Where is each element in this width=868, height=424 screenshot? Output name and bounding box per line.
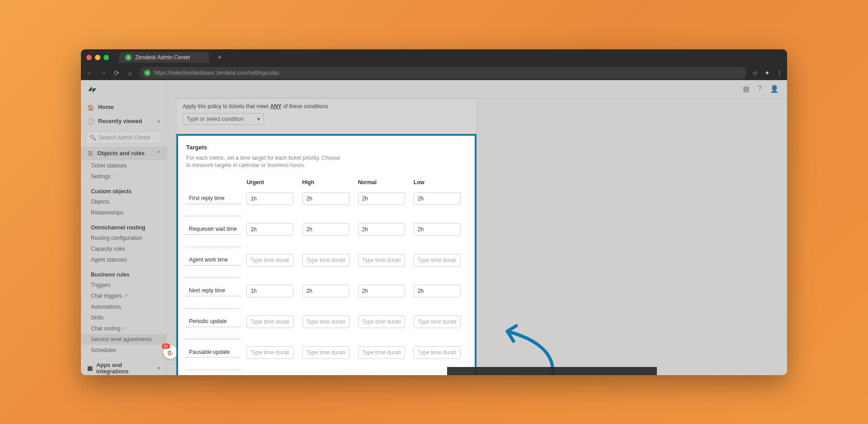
time-target-input[interactable] [246, 315, 293, 328]
new-tab-button[interactable]: + [217, 53, 222, 62]
apps-grid-icon[interactable]: ▦ [743, 85, 750, 93]
time-target-input[interactable] [414, 285, 461, 297]
browser-tab[interactable]: z Zendesk Admin Center [119, 52, 209, 63]
policy-conditions-header: Apply this policy to tickets that meet A… [176, 99, 476, 130]
external-link-icon: ↗ [124, 293, 127, 298]
chevron-down-icon: ▾ [257, 116, 260, 122]
time-target-input[interactable] [246, 223, 293, 236]
sidebar-recently-viewed[interactable]: 🕘 Recently viewed ▾ [81, 114, 166, 129]
window-maximize-dot[interactable] [104, 55, 109, 60]
chevron-down-icon: ▾ [158, 366, 160, 371]
browser-menu-icon[interactable]: ⋮ [776, 69, 783, 76]
browser-window: z Zendesk Admin Center + ← → ⟳ ⌂ z https… [81, 49, 787, 375]
chevron-up-icon: ˄ [158, 151, 160, 156]
nav-reload-icon[interactable]: ⟳ [113, 69, 121, 76]
time-target-input[interactable] [246, 285, 293, 297]
sidebar-item-capacity-rules[interactable]: Capacity rules [81, 243, 166, 254]
home-icon: 🏠 [87, 104, 94, 111]
nav-home-icon[interactable]: ⌂ [126, 69, 134, 76]
time-target-input[interactable] [246, 254, 293, 267]
time-target-input[interactable] [302, 285, 349, 297]
time-target-input[interactable] [414, 192, 461, 205]
sidebar-item-schedules[interactable]: Schedules [81, 345, 166, 356]
time-target-input[interactable] [302, 192, 349, 205]
objects-icon [87, 150, 94, 157]
time-target-input[interactable] [358, 254, 405, 267]
browser-toolbar: ← → ⟳ ⌂ z https://selectivehardware.zend… [81, 66, 787, 80]
badge-letter: g. [168, 348, 173, 356]
window-close-dot[interactable] [86, 55, 92, 60]
time-target-input[interactable] [246, 192, 293, 205]
zendesk-favicon-icon: z [125, 54, 132, 61]
targets-row: Next reply time [186, 281, 467, 300]
targets-row: Periodic update [186, 312, 467, 331]
tutorial-callout: Set a time target for each ticket priori… [447, 367, 657, 375]
sidebar-recently-label: Recently viewed [98, 118, 142, 124]
external-link-icon: ↗ [122, 326, 126, 331]
sidebar-apps-integrations[interactable]: ▦ Apps and integrations ▾ [81, 358, 166, 375]
extensions-icon[interactable]: ✦ [764, 69, 770, 76]
time-target-input[interactable] [302, 315, 349, 328]
sidebar-item-chat-triggers[interactable]: Chat triggers↗ [81, 291, 166, 301]
metric-label: Next reply time [186, 285, 241, 296]
browser-tab-strip: z Zendesk Admin Center + [81, 49, 787, 66]
url-text: https://selectivehardware.zendesk.com/se… [154, 70, 279, 76]
time-target-input[interactable] [302, 254, 349, 267]
sidebar-item-automations[interactable]: Automations [81, 301, 166, 312]
url-bar[interactable]: z https://selectivehardware.zendesk.com/… [140, 67, 747, 79]
sidebar-group-business-rules: Business rules [81, 268, 166, 280]
sidebar-item-settings[interactable]: Settings [81, 171, 166, 182]
sidebar-item-chat-routing[interactable]: Chat routing↗ [81, 323, 166, 334]
time-target-input[interactable] [358, 346, 405, 359]
sidebar-group-omnichannel: Omnichannel routing [81, 221, 166, 233]
time-target-input[interactable] [358, 223, 405, 236]
apps-icon: ▦ [87, 365, 93, 372]
window-minimize-dot[interactable] [95, 55, 100, 60]
badge-count: 31 [162, 343, 170, 349]
sidebar-search[interactable]: 🔍 Search Admin Center [85, 131, 162, 144]
nav-forward-icon[interactable]: → [99, 69, 107, 76]
metric-label: Agent work time [186, 254, 241, 266]
sidebar-section-objects-rules[interactable]: Objects and rules ˄ [81, 147, 166, 160]
time-target-input[interactable] [414, 254, 461, 267]
time-target-input[interactable] [246, 346, 293, 359]
sidebar-home-label: Home [98, 104, 114, 110]
time-target-input[interactable] [302, 346, 349, 359]
sidebar-item-relationships[interactable]: Relationships [81, 207, 166, 218]
sidebar-home[interactable]: 🏠 Home [81, 100, 166, 114]
time-target-input[interactable] [414, 223, 461, 236]
time-target-input[interactable] [414, 315, 461, 328]
metric-label: First reply time [186, 193, 241, 204]
time-target-input[interactable] [358, 192, 405, 205]
sidebar-item-routing-config[interactable]: Routing configuration [81, 233, 166, 243]
time-target-input[interactable] [414, 346, 461, 359]
sidebar-item-ticket-statuses[interactable]: Ticket statuses [81, 160, 166, 171]
notification-badge[interactable]: g. 31 [164, 345, 177, 359]
app-shell: 🏠 Home 🕘 Recently viewed ▾ 🔍 Search Admi… [81, 80, 787, 375]
time-target-input[interactable] [302, 223, 349, 236]
zendesk-logo-icon [81, 80, 166, 100]
bookmark-star-icon[interactable]: ☆ [752, 69, 758, 76]
nav-back-icon[interactable]: ← [85, 69, 94, 76]
app-topbar: ▦ ? 👤 [167, 80, 787, 98]
col-urgent: Urgent [244, 176, 299, 189]
profile-icon[interactable]: 👤 [770, 85, 779, 93]
metric-label: Periodic update [186, 316, 241, 327]
sidebar-item-triggers[interactable]: Triggers [81, 280, 166, 291]
condition-select[interactable]: Type or select condition ▾ [183, 113, 264, 125]
targets-row: Pausable update [186, 343, 467, 362]
targets-row: Requester wait time [186, 220, 467, 238]
metric-label: Requester wait time [186, 224, 241, 235]
sidebar-search-ph: Search Admin Center [99, 134, 151, 141]
sidebar-item-objects[interactable]: Objects [81, 196, 166, 207]
help-icon[interactable]: ? [758, 85, 762, 93]
time-target-input[interactable] [358, 315, 405, 328]
time-target-input[interactable] [358, 285, 405, 297]
sidebar-item-agent-statuses[interactable]: Agent statuses [81, 254, 166, 265]
targets-desc: For each metric, set a time target for e… [186, 154, 344, 170]
sidebar-group-custom-objects: Custom objects [81, 185, 166, 196]
sidebar-item-skills[interactable]: Skills [81, 312, 166, 323]
col-low: Low [411, 176, 467, 189]
sidebar-item-sla[interactable]: Service level agreements [81, 334, 166, 345]
col-high: High [300, 176, 355, 189]
